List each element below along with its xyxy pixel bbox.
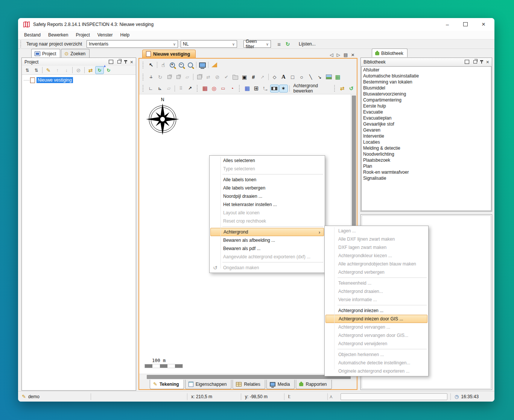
context-menu-item[interactable]: Alle labels verbergen — [210, 184, 324, 192]
minimize-button[interactable]: – — [445, 22, 450, 27]
sort-tree-icon[interactable]: ⇅ — [23, 66, 32, 74]
menu-bar-item[interactable]: Venster — [94, 32, 117, 38]
north-star-toggle-icon[interactable]: ✶ — [279, 85, 288, 92]
context-menu-item[interactable]: Alle labels tonen — [210, 176, 324, 184]
scale-bar-toggle-icon[interactable] — [270, 85, 279, 92]
tab-project[interactable]: Project — [31, 49, 60, 58]
zoom-in-icon[interactable]: + — [168, 61, 176, 69]
language-select[interactable]: NL ∨ — [181, 40, 237, 48]
lists-button[interactable]: Lijsten... — [297, 41, 318, 47]
context-menu-item[interactable]: Bewaren als afbeelding ... — [210, 236, 324, 244]
tab-scroll-left-icon[interactable]: ◁ — [330, 52, 333, 58]
zoom-out-icon[interactable]: − — [177, 61, 186, 69]
library-item[interactable]: Rook-en warmteafvoer — [362, 169, 491, 175]
library-item[interactable]: Signalisatie — [362, 175, 491, 181]
filter-select[interactable]: Geen filter ∨ — [243, 40, 271, 48]
library-item[interactable]: Gevaren — [362, 127, 491, 133]
context-menu-item[interactable]: Achtergrond › — [210, 228, 324, 236]
zoom-window-icon[interactable] — [186, 61, 195, 69]
close-panel-icon[interactable]: × — [130, 59, 133, 65]
tree-item-nieuwe-vestiging[interactable]: Nieuwe vestiging — [22, 77, 135, 83]
maximize-panel-icon[interactable] — [465, 60, 469, 64]
red-rect-icon[interactable]: ▭ — [219, 85, 227, 92]
snap-angle-icon[interactable]: ∟ — [146, 85, 155, 92]
grid-tool-icon[interactable]: ▦ — [333, 73, 342, 81]
dot-grid-icon[interactable]: ⠿ — [176, 85, 185, 92]
tab-scroll-right-icon[interactable]: ▷ — [337, 52, 340, 58]
ellipse-tool-icon[interactable]: ○ — [297, 73, 306, 81]
move-tool-icon[interactable] — [147, 73, 155, 81]
library-item[interactable]: Evacuatieplan — [362, 115, 491, 121]
tab-list-icon[interactable]: ▤ — [344, 52, 348, 58]
pin-icon[interactable] — [481, 60, 482, 64]
text-tool-icon[interactable]: A — [279, 73, 288, 81]
tab-bibliotheek[interactable]: Bibliotheek — [372, 49, 408, 57]
submenu-item[interactable]: Achtergrond inlezen ... — [325, 306, 427, 315]
tab-relaties[interactable]: Relaties — [233, 380, 265, 389]
tab-eigenschappen[interactable]: Eigenschappen — [185, 380, 232, 389]
pointer-arrow-icon[interactable]: ↗ — [186, 85, 194, 92]
tab-rapporten[interactable]: Rapporten — [296, 380, 332, 389]
axis-icon[interactable] — [261, 85, 270, 92]
maximize-panel-icon[interactable] — [109, 60, 113, 64]
set-square-icon[interactable] — [210, 61, 219, 69]
library-item[interactable]: Automatische blusinstallatie — [362, 73, 491, 79]
image-tool-icon[interactable] — [324, 73, 333, 81]
close-panel-icon[interactable]: × — [486, 59, 489, 65]
fit-view-icon[interactable]: ⊞ — [252, 85, 261, 92]
toolbar-grip[interactable] — [20, 41, 22, 47]
menu-bar-item[interactable]: Project — [72, 32, 93, 38]
float-panel-icon[interactable] — [117, 60, 121, 64]
context-menu-item[interactable]: Noordpijl draaien ... — [210, 192, 324, 200]
menu-bar-item[interactable]: Help — [116, 32, 133, 38]
library-item[interactable]: Locaties — [362, 139, 491, 145]
inventory-select[interactable]: Inventaris ∨ — [87, 40, 178, 48]
library-item[interactable]: Eerste hulp — [362, 103, 491, 109]
refresh-icon[interactable]: ↻ — [283, 40, 292, 48]
tab-media[interactable]: Media — [266, 380, 295, 389]
library-item[interactable]: Evacuatie — [362, 109, 491, 115]
swap-icon[interactable]: ⇄ — [86, 66, 95, 74]
tab-tekening[interactable]: ✎ Tekening — [150, 380, 184, 389]
maximize-button[interactable] — [463, 22, 468, 27]
library-item[interactable]: Plan — [362, 163, 491, 169]
menu-bar-item[interactable]: Bewerken — [44, 32, 72, 38]
selection-frame-icon[interactable]: ▣ — [240, 73, 249, 81]
library-item[interactable]: Melding & detectie — [362, 145, 491, 151]
submenu-item[interactable]: Achtergrond inlezen door GIS ... — [325, 315, 427, 323]
sort-alpha-icon[interactable]: ⇅ — [32, 66, 41, 74]
line-tool-icon[interactable]: ╲ — [306, 73, 315, 81]
library-item[interactable]: Interventie — [362, 133, 491, 139]
library-item[interactable]: Bestemming van lokalen — [362, 79, 491, 85]
snap-points-icon[interactable]: ⊾ — [155, 85, 164, 92]
library-item[interactable]: Afsluiter — [362, 67, 491, 73]
tab-nieuwe-vestiging[interactable]: Nieuwe vestiging — [142, 50, 196, 58]
grid-red-icon[interactable]: ▦ — [201, 85, 209, 92]
context-menu-item[interactable]: Bewaren als pdf ... — [210, 244, 324, 253]
float-panel-icon[interactable] — [473, 60, 477, 64]
tab-close-icon[interactable]: × — [351, 52, 354, 58]
compass-config-icon[interactable]: ◔ — [228, 85, 236, 92]
back-to-overview-button[interactable]: Terug naar project overzicht — [24, 41, 84, 47]
crop-icon[interactable]: # — [249, 73, 258, 81]
grid-blue-icon[interactable]: ▦ — [243, 85, 252, 92]
horizontal-scrollbar-thumb[interactable] — [147, 375, 351, 379]
arrow-line-tool-icon[interactable]: ↘ — [315, 73, 324, 81]
rectangle-tool-icon[interactable]: □ — [288, 73, 297, 81]
library-item[interactable]: Noodverlichting — [362, 151, 491, 157]
library-item[interactable]: Plaatsbezoek — [362, 157, 491, 163]
library-item[interactable]: Blusmiddel — [362, 85, 491, 91]
pan-tool-icon[interactable]: ☝ — [159, 61, 167, 69]
menu-bar-item[interactable]: Bestand — [20, 32, 44, 38]
rename-icon[interactable]: ✎ — [44, 66, 53, 74]
library-item[interactable]: Compartimentering — [362, 97, 491, 103]
screen-icon[interactable] — [198, 61, 207, 69]
select-tool-icon[interactable]: ↖ — [147, 61, 155, 69]
draw-polygon-icon[interactable]: ◇ — [270, 73, 279, 81]
reload-background-icon[interactable]: ↺ — [347, 85, 356, 92]
library-item[interactable]: Bluswatervoorziening — [362, 91, 491, 97]
tab-zoeken[interactable]: ⊙ Zoeken — [61, 49, 90, 58]
library-item[interactable]: Gevaarlijke stof — [362, 121, 491, 127]
filter-settings-icon[interactable]: ≡ — [275, 40, 283, 48]
swap-background-icon[interactable]: ⇄ — [338, 85, 347, 92]
